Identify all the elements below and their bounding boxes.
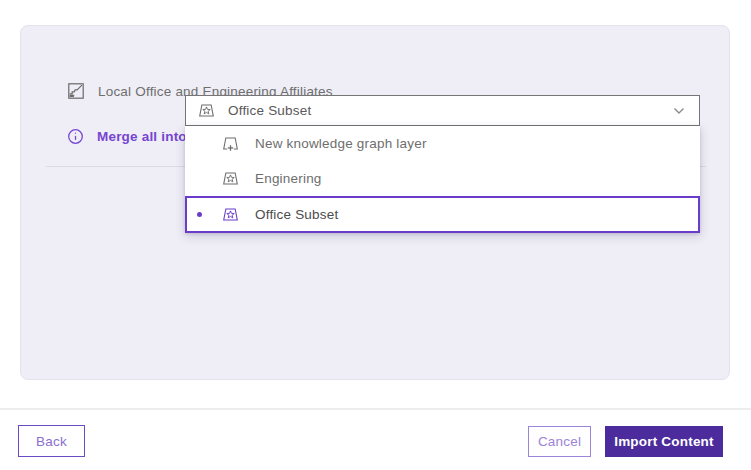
menu-option-new-knowledge-graph-layer[interactable]: New knowledge graph layer <box>185 126 700 161</box>
merge-target-menu: New knowledge graph layer Enginering Off… <box>185 126 700 233</box>
dataset-extent-icon <box>67 82 85 100</box>
merge-all-into-row: Merge all into <box>67 125 187 147</box>
menu-option-label: Enginering <box>255 171 322 186</box>
import-content-dialog: Local Office and Engineering Affiliates … <box>0 0 751 470</box>
chevron-down-icon <box>673 107 685 115</box>
menu-option-label: New knowledge graph layer <box>255 136 427 151</box>
import-content-button[interactable]: Import Content <box>605 426 723 457</box>
footer-divider <box>0 408 751 410</box>
knowledge-graph-layer-icon <box>222 170 239 187</box>
cancel-button[interactable]: Cancel <box>528 426 591 457</box>
back-button[interactable]: Back <box>18 425 85 457</box>
menu-option-office-subset[interactable]: Office Subset <box>185 196 700 233</box>
select-value: Office Subset <box>228 103 660 118</box>
merge-all-into-label: Merge all into <box>97 129 187 144</box>
new-knowledge-graph-layer-icon <box>222 135 239 152</box>
menu-option-label: Office Subset <box>255 207 338 222</box>
info-icon <box>67 128 84 145</box>
knowledge-graph-layer-icon <box>222 206 239 223</box>
menu-option-enginering[interactable]: Enginering <box>185 161 700 196</box>
knowledge-graph-layer-icon <box>198 102 215 119</box>
merge-target-select[interactable]: Office Subset <box>185 95 700 126</box>
selected-bullet-icon <box>197 212 202 217</box>
